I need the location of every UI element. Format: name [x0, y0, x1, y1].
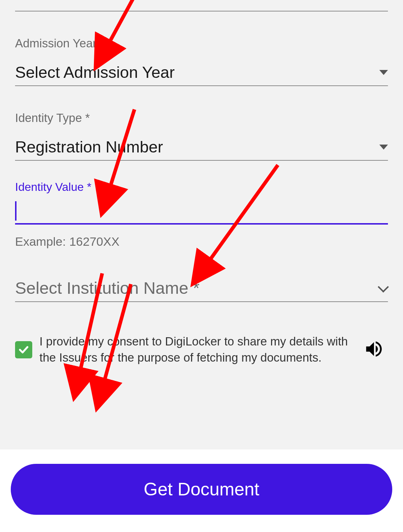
identity-value-group: Identity Value * Example: 16270XX: [15, 180, 388, 249]
admission-year-select[interactable]: Select Admission Year: [15, 63, 388, 86]
caret-down-icon: [379, 70, 388, 75]
identity-type-group: Identity Type * Registration Number: [15, 111, 388, 161]
top-divider: [15, 11, 388, 11]
identity-type-label: Identity Type *: [15, 111, 388, 125]
identity-value-helper: Example: 16270XX: [15, 235, 388, 249]
institution-placeholder: Select Institution Name *: [15, 278, 200, 298]
form-container: Admission Year * Select Admission Year I…: [0, 37, 403, 366]
identity-value-input[interactable]: [16, 202, 388, 220]
bottom-button-area: Get Document: [0, 449, 403, 532]
identity-value-label: Identity Value *: [15, 180, 388, 194]
check-icon: [17, 343, 30, 356]
speaker-icon[interactable]: [364, 339, 384, 361]
identity-type-value: Registration Number: [15, 138, 163, 156]
consent-text: I provide my consent to DigiLocker to sh…: [39, 334, 356, 366]
chevron-down-icon: [378, 283, 388, 293]
consent-row: I provide my consent to DigiLocker to sh…: [15, 334, 388, 366]
admission-year-group: Admission Year * Select Admission Year: [15, 37, 388, 86]
caret-down-icon: [379, 145, 388, 150]
admission-year-value: Select Admission Year: [15, 63, 175, 82]
institution-group: Select Institution Name *: [15, 278, 388, 302]
consent-checkbox[interactable]: [15, 341, 32, 358]
identity-value-input-row[interactable]: [15, 199, 388, 225]
admission-year-label: Admission Year *: [15, 37, 388, 50]
identity-type-select[interactable]: Registration Number: [15, 138, 388, 161]
get-document-button[interactable]: Get Document: [11, 464, 392, 515]
institution-select[interactable]: Select Institution Name *: [15, 278, 388, 302]
